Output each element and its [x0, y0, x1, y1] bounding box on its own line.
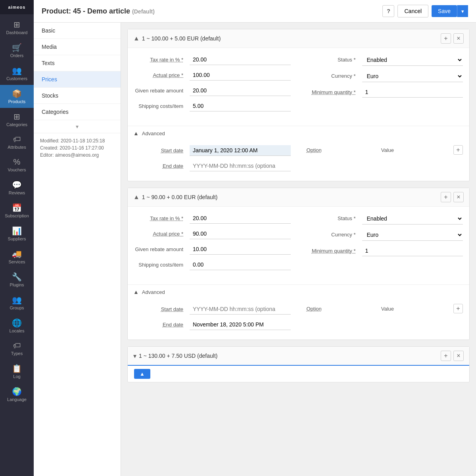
sidebar-item-label: Locales: [10, 328, 25, 333]
nav-more[interactable]: ▾: [34, 120, 121, 133]
price-1-collapse-btn[interactable]: ▲: [133, 35, 140, 42]
price-2-startdate-row: Start date: [134, 304, 291, 315]
sidebar-item-types[interactable]: 🏷 Types: [0, 337, 34, 360]
price-1-actual-row: Actual price *: [134, 70, 291, 81]
price-2-currency-row: Currency * Euro USD: [307, 229, 463, 241]
sidebar-item-label: Categories: [6, 122, 27, 127]
price-2-advanced-header[interactable]: ▲ Advanced: [128, 285, 469, 299]
header: Product: 45 - Demo article (Default) ? C…: [34, 0, 476, 23]
price-1-actual-input[interactable]: [190, 70, 291, 81]
sidebar-item-dashboard[interactable]: ⊞ Dashboard: [0, 16, 34, 39]
price-2-remove-btn[interactable]: ×: [453, 192, 464, 202]
price-2-collapse-btn[interactable]: ▲: [133, 194, 140, 201]
sidebar-item-label: Groups: [10, 305, 24, 310]
page-title: Product: 45 - Demo article (Default): [42, 7, 155, 15]
customers-icon: 👥: [12, 66, 22, 75]
cancel-button[interactable]: Cancel: [397, 5, 428, 17]
value-label: Value: [381, 147, 394, 153]
sidebar-item-services[interactable]: 🚚 Services: [0, 245, 34, 268]
option-label: Option: [307, 147, 322, 153]
price-2-currency-select[interactable]: Euro USD: [362, 229, 463, 241]
price-3-collapse-btn[interactable]: ▾: [133, 352, 136, 360]
price-1-rebate-input[interactable]: [190, 85, 291, 96]
option-add-button[interactable]: +: [453, 145, 463, 155]
sidebar-item-customers[interactable]: 👥 Customers: [0, 62, 34, 85]
help-button[interactable]: ?: [382, 5, 394, 17]
price-2-body: Tax rate in % * Actual price *: [128, 207, 469, 281]
sidebar-item-vouchers[interactable]: % Vouchers: [0, 154, 34, 176]
price-2-actual-input[interactable]: [190, 228, 291, 239]
sidebar-item-label: Suppliers: [8, 236, 26, 241]
price-2-startdate-input[interactable]: [190, 304, 291, 315]
price-1-startdate-input[interactable]: [190, 145, 291, 156]
save-button[interactable]: Save: [432, 5, 457, 17]
price-2-enddate-input[interactable]: [190, 319, 291, 330]
price-1-left: Tax rate in % * Actual price *: [134, 54, 291, 116]
price-2-minqty-input[interactable]: [362, 246, 463, 256]
nav-item-stocks[interactable]: Stocks: [34, 88, 121, 104]
price-2-tax-input[interactable]: [190, 213, 291, 224]
sidebar-item-label: Log: [13, 374, 20, 379]
sidebar-item-label: Attributes: [8, 145, 26, 150]
end-date-label-2: End date: [134, 319, 190, 328]
price-1-currency-select[interactable]: Euro USD: [362, 71, 463, 82]
given-rebate-label: Given rebate amount: [134, 85, 190, 94]
sidebar-item-plugins[interactable]: 🔧 Plugins: [0, 268, 34, 291]
left-panel: Basic Media Texts Prices Stocks Categori…: [34, 23, 121, 476]
sidebar-item-suppliers[interactable]: 📊 Suppliers: [0, 222, 34, 245]
sidebar-item-language[interactable]: 🌍 Language: [0, 383, 34, 406]
sidebar-item-label: Reviews: [9, 190, 25, 195]
sidebar-item-label: Subscription: [5, 213, 29, 218]
price-2-minqty-row: Minimum quantity *: [307, 246, 463, 256]
plugins-icon: 🔧: [12, 272, 22, 282]
body-layout: Basic Media Texts Prices Stocks Categori…: [34, 23, 476, 476]
locales-icon: 🌐: [12, 318, 22, 328]
price-2-status-select[interactable]: Enabled Disabled: [362, 213, 463, 225]
price-1-remove-btn[interactable]: ×: [453, 33, 464, 44]
price-1-add-btn[interactable]: +: [441, 33, 451, 44]
price-2-add-btn[interactable]: +: [441, 192, 451, 202]
nav-item-texts[interactable]: Texts: [34, 55, 121, 71]
price-2-rebate-input[interactable]: [190, 244, 291, 255]
option-2-add-button[interactable]: +: [453, 304, 463, 313]
save-dropdown-button[interactable]: ▾: [457, 5, 468, 17]
price-1-advanced-header[interactable]: ▲ Advanced: [128, 126, 469, 140]
option-header: Option Value +: [307, 145, 463, 155]
nav-item-basic[interactable]: Basic: [34, 23, 121, 39]
price-1-tax-input[interactable]: [190, 54, 291, 65]
groups-icon: 👥: [12, 295, 22, 305]
price-2-shipping-input[interactable]: [190, 259, 291, 270]
sidebar-item-categories[interactable]: ⊞ Categories: [0, 108, 34, 131]
price-3-add-btn[interactable]: +: [441, 351, 451, 361]
price-3-remove-btn[interactable]: ×: [453, 351, 464, 361]
price-1-status-select[interactable]: Enabled Disabled: [362, 54, 463, 66]
sidebar-item-log[interactable]: 📋 Log: [0, 360, 34, 383]
advanced-right: Option Value +: [307, 145, 463, 176]
price-1-shipping-input[interactable]: [190, 101, 291, 111]
sidebar-item-locales[interactable]: 🌐 Locales: [0, 314, 34, 337]
status-label: Status *: [307, 54, 362, 63]
sidebar-item-reviews[interactable]: 💬 Reviews: [0, 176, 34, 199]
price-3-actions: + ×: [441, 351, 464, 361]
price-2-rebate-row: Given rebate amount: [134, 244, 291, 255]
sidebar-item-attributes[interactable]: 🏷 Attributes: [0, 131, 34, 154]
price-card-2: ▲ 1 ~ 90.00 + 0.00 EUR (default) + × Tax…: [127, 188, 470, 340]
price-3-expand-btn[interactable]: ▲: [134, 369, 150, 379]
start-date-label-2: Start date: [134, 304, 190, 312]
sidebar-item-products[interactable]: 📦 Products: [0, 85, 34, 108]
status-label-2: Status *: [307, 213, 362, 221]
nav-item-categories[interactable]: Categories: [34, 104, 121, 120]
minqty-label: Minimum quantity *: [307, 87, 362, 95]
price-1-advanced: ▲ Advanced Start date: [128, 126, 469, 181]
price-1-minqty-input[interactable]: [362, 87, 463, 98]
nav-item-media[interactable]: Media: [34, 39, 121, 55]
price-1-tax-row: Tax rate in % *: [134, 54, 291, 65]
price-1-enddate-input[interactable]: [190, 161, 291, 171]
nav-item-prices[interactable]: Prices: [34, 71, 121, 88]
sidebar-item-orders[interactable]: 🛒 Orders: [0, 39, 34, 62]
sidebar-item-subscription[interactable]: 📅 Subscription: [0, 199, 34, 222]
sidebar-item-label: Customers: [6, 76, 27, 81]
tax-rate-label-2: Tax rate in % *: [134, 213, 190, 221]
price-1-actions: + ×: [441, 33, 464, 44]
sidebar-item-groups[interactable]: 👥 Groups: [0, 291, 34, 314]
